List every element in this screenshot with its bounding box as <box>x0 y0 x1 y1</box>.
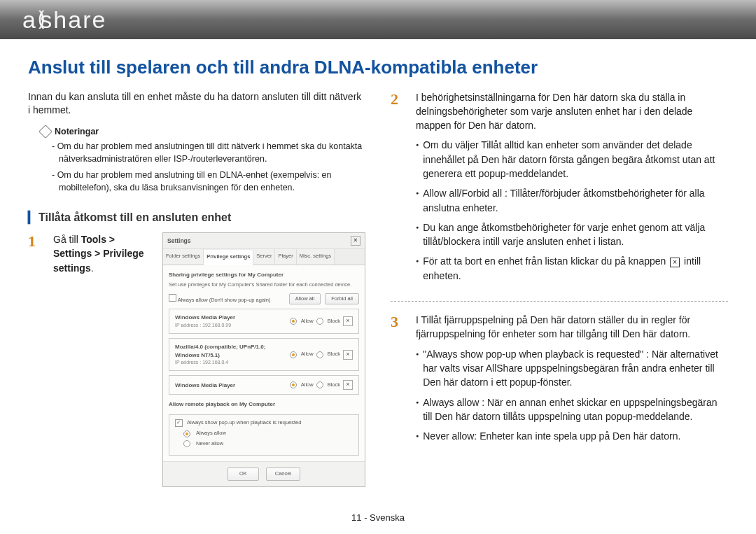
dialog-subheading: Set use privileges for My Computer's Sha… <box>169 281 359 289</box>
note-item: Om du har problem med anslutningen till … <box>52 141 365 165</box>
popup-checkbox[interactable]: ✓ <box>175 419 183 427</box>
list-item: "Always show pop-up when playback is req… <box>423 347 728 390</box>
step-number: 3 <box>391 313 407 449</box>
step-number: 1 <box>28 232 45 487</box>
block-radio[interactable] <box>316 351 323 358</box>
step-1-text: Gå till Tools > Settings > Privilege set… <box>53 232 151 275</box>
list-item: Never allow: Enheter kan inte spela upp … <box>423 429 728 443</box>
left-column: Innan du kan ansluta till en enhet måste… <box>28 90 365 503</box>
logo-left: a <box>22 6 37 34</box>
allow-radio[interactable] <box>290 351 297 358</box>
never-allow-radio[interactable] <box>183 440 190 447</box>
divider <box>391 301 728 302</box>
tab-server[interactable]: Server <box>253 249 275 265</box>
close-icon[interactable]: × <box>351 236 360 246</box>
notes-label: Noteringar <box>55 126 99 139</box>
list-item: Allow all/Forbid all : Tillåter/förbjude… <box>423 186 728 215</box>
remove-device-button[interactable]: × <box>343 350 353 360</box>
allow-all-button[interactable]: Allow all <box>289 293 321 305</box>
x-icon: × <box>670 258 680 267</box>
notes-block: Noteringar Om du har problem med anslutn… <box>28 126 365 195</box>
allow-radio[interactable] <box>290 381 297 388</box>
list-item: Du kan ange åtkomstbehörigheter för varj… <box>423 220 728 249</box>
step-3: 3 I Tillåt fjärruppspelning på Den här d… <box>391 313 728 449</box>
always-allow-checkbox[interactable] <box>169 294 176 302</box>
step-3-text: I Tillåt fjärruppspelning på Den här dat… <box>416 313 728 342</box>
remove-device-button[interactable]: × <box>343 380 353 390</box>
logo-right: share <box>40 6 106 34</box>
settings-dialog: Settings × Folder settings Privilege set… <box>162 232 365 487</box>
dialog-tabs: Folder settings Privilege settings Serve… <box>163 249 365 265</box>
allow-radio[interactable] <box>290 318 297 325</box>
page-footer: 11 - Svenska <box>28 503 728 534</box>
dialog-heading: Sharing privilege settings for My Comput… <box>169 271 359 279</box>
block-radio[interactable] <box>316 318 323 325</box>
remove-device-button[interactable]: × <box>343 316 353 326</box>
notes-icon <box>38 125 52 139</box>
logo-icon: ( ) <box>38 7 39 29</box>
device-name: Windows Media Player <box>175 314 286 322</box>
device-row: Mozilla/4.0 (compatible; UPnP/1.0; Windo… <box>169 338 359 371</box>
list-item: För att ta bort en enhet från listan kli… <box>423 254 728 283</box>
step-2-text: I behörighetsinställningarna för Den här… <box>416 90 728 133</box>
block-radio[interactable] <box>316 381 323 388</box>
device-sub: IP address : 192.168.0.4 <box>175 359 286 366</box>
header-bar: a ( ) share <box>0 0 756 39</box>
list-item: Om du väljer Tillåt alltid kan enheter s… <box>423 138 728 181</box>
step-1: 1 Gå till Tools > Settings > Privilege s… <box>28 232 365 487</box>
note-item: Om du har problem med anslutning till en… <box>52 169 365 194</box>
list-item: Always allow : När en annan enhet skicka… <box>423 395 728 424</box>
section2-title: Allow remote playback on My Computer <box>169 400 359 409</box>
intro-paragraph: Innan du kan ansluta till en enhet måste… <box>28 90 365 118</box>
ok-button[interactable]: OK <box>227 468 259 481</box>
step-number: 2 <box>391 90 407 289</box>
dialog-title: Settings <box>167 237 191 245</box>
device-row: Windows Media Player IP address : 192.16… <box>169 309 359 334</box>
logo: a ( ) share <box>22 6 106 34</box>
step-2: 2 I behörighetsinställningarna för Den h… <box>391 90 728 289</box>
tab-misc-settings[interactable]: Misc. settings <box>297 249 335 265</box>
page-title: Anslut till spelaren och till andra DLNA… <box>28 56 728 79</box>
always-allow-radio[interactable] <box>183 430 190 437</box>
device-row: Windows Media Player Allow Block × <box>169 375 359 395</box>
device-sub: IP address : 192.168.0.99 <box>175 322 286 329</box>
forbid-all-button[interactable]: Forbid all <box>325 293 359 305</box>
cancel-button[interactable]: Cancel <box>266 468 300 481</box>
section-heading: Tillåta åtkomst till en ansluten enhet <box>28 211 365 224</box>
right-column: 2 I behörighetsinställningarna för Den h… <box>391 90 728 503</box>
always-allow-label: Always allow (Don't show pop-up again) <box>178 297 271 303</box>
device-name: Windows Media Player <box>175 381 286 390</box>
device-name: Mozilla/4.0 (compatible; UPnP/1.0; Windo… <box>175 343 286 359</box>
tab-privilege-settings[interactable]: Privilege settings <box>204 250 253 265</box>
tab-folder-settings[interactable]: Folder settings <box>163 249 204 265</box>
tab-player[interactable]: Player <box>275 249 296 265</box>
